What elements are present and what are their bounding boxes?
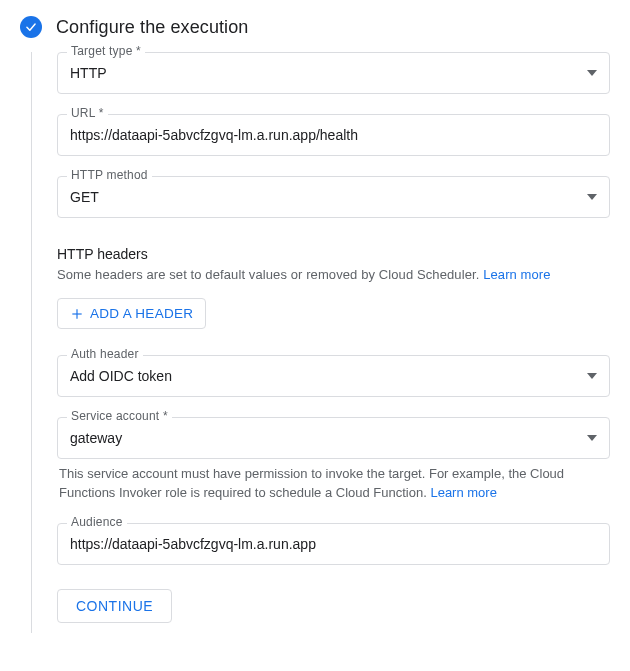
http-method-label: HTTP method bbox=[67, 168, 152, 182]
http-headers-heading: HTTP headers bbox=[57, 246, 610, 262]
chevron-down-icon bbox=[587, 68, 597, 78]
chevron-down-icon bbox=[587, 433, 597, 443]
target-type-label: Target type * bbox=[67, 44, 145, 58]
audience-label: Audience bbox=[67, 515, 127, 529]
service-account-select[interactable]: gateway bbox=[57, 417, 610, 459]
service-account-learn-more-link[interactable]: Learn more bbox=[430, 485, 496, 500]
service-account-helper: This service account must have permissio… bbox=[59, 465, 608, 503]
plus-icon bbox=[70, 307, 84, 321]
target-type-value: HTTP bbox=[70, 65, 587, 81]
http-headers-learn-more-link[interactable]: Learn more bbox=[483, 267, 550, 282]
chevron-down-icon bbox=[587, 192, 597, 202]
url-field[interactable]: URL * bbox=[57, 114, 610, 156]
chevron-down-icon bbox=[587, 371, 597, 381]
audience-input[interactable] bbox=[70, 536, 597, 552]
auth-header-label: Auth header bbox=[67, 347, 143, 361]
http-method-select[interactable]: GET bbox=[57, 176, 610, 218]
audience-field[interactable]: Audience bbox=[57, 523, 610, 565]
http-headers-helper: Some headers are set to default values o… bbox=[57, 266, 610, 284]
target-type-select[interactable]: HTTP bbox=[57, 52, 610, 94]
url-input[interactable] bbox=[70, 127, 597, 143]
continue-button[interactable]: CONTINUE bbox=[57, 589, 172, 623]
auth-header-select[interactable]: Add OIDC token bbox=[57, 355, 610, 397]
service-account-field[interactable]: Service account * gateway bbox=[57, 417, 610, 459]
target-type-field[interactable]: Target type * HTTP bbox=[57, 52, 610, 94]
auth-header-field[interactable]: Auth header Add OIDC token bbox=[57, 355, 610, 397]
add-header-button-label: ADD A HEADER bbox=[90, 306, 193, 321]
step-header: Configure the execution bbox=[20, 16, 610, 38]
step-body: Target type * HTTP URL * HTTP method GET… bbox=[31, 52, 610, 633]
step-complete-icon bbox=[20, 16, 42, 38]
step-title: Configure the execution bbox=[56, 17, 248, 38]
audience-box[interactable] bbox=[57, 523, 610, 565]
http-method-value: GET bbox=[70, 189, 587, 205]
url-box[interactable] bbox=[57, 114, 610, 156]
http-method-field[interactable]: HTTP method GET bbox=[57, 176, 610, 218]
http-headers-helper-text: Some headers are set to default values o… bbox=[57, 267, 483, 282]
add-header-button[interactable]: ADD A HEADER bbox=[57, 298, 206, 329]
service-account-value: gateway bbox=[70, 430, 587, 446]
service-account-label: Service account * bbox=[67, 409, 172, 423]
auth-header-value: Add OIDC token bbox=[70, 368, 587, 384]
url-label: URL * bbox=[67, 106, 108, 120]
